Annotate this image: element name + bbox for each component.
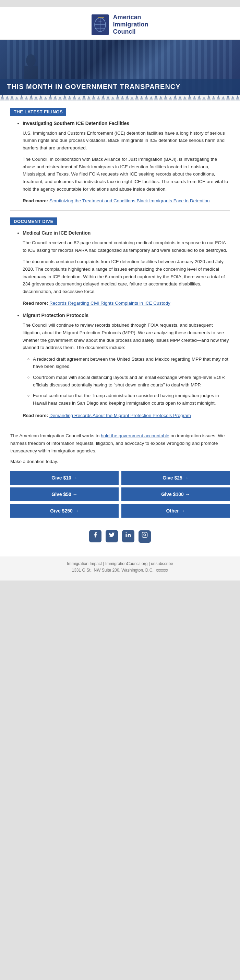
- doc-item-2-read-more-label: Read more:: [23, 413, 48, 418]
- logo-text: American Immigration Council: [113, 14, 148, 35]
- doc-item-1-title: Medical Care in ICE Detention: [23, 230, 230, 235]
- divider-2: [10, 425, 230, 425]
- donate-other-button[interactable]: Other →: [122, 504, 230, 518]
- svg-point-45: [125, 532, 126, 533]
- doc-item-1-para1: The Council received an 82-page document…: [23, 239, 230, 254]
- filing-item-1-read-more: Read more: Scrutinizing the Treatment an…: [23, 197, 230, 204]
- hero-overlay: THIS MONTH IN GOVERNMENT TRANSPARENCY: [0, 79, 240, 95]
- email-footer: Immigration Impact | ImmigrationCouncil.…: [0, 557, 240, 581]
- filing-read-more-label: Read more:: [23, 198, 48, 204]
- doc-item-2: Migrant Protection Protocols The Council…: [23, 313, 230, 418]
- email-header: American Immigration Council: [0, 7, 240, 40]
- footer-para-link[interactable]: hold the government accountable: [101, 433, 169, 438]
- doc-item-1-read-more-link[interactable]: Records Regarding Civil Rights Complaint…: [49, 301, 171, 306]
- footer-para-prefix: The American Immigration Council works t…: [10, 433, 101, 438]
- mpp-bullet-2: Courtroom maps with social distancing la…: [33, 374, 230, 388]
- filing-item-1-para1: U.S. Immigration and Customs Enforcement…: [23, 129, 230, 152]
- facebook-icon[interactable]: [89, 530, 101, 542]
- twitter-icon[interactable]: [106, 530, 118, 542]
- donate-50-button[interactable]: Give $50 →: [10, 487, 118, 501]
- hero-title: THIS MONTH IN GOVERNMENT TRANSPARENCY: [7, 83, 181, 90]
- linkedin-icon[interactable]: [122, 530, 134, 542]
- doc-item-2-title: Migrant Protection Protocols: [23, 313, 230, 318]
- donate-10-button[interactable]: Give $10 →: [10, 471, 118, 485]
- doc-item-1: Medical Care in ICE Detention The Counci…: [23, 230, 230, 306]
- section-latest-filings-header: THE LATEST FILINGS: [10, 108, 66, 116]
- section-document-dive-header: DOCUMENT DIVE: [10, 218, 57, 225]
- donate-250-button[interactable]: Give $250 →: [10, 504, 118, 518]
- mpp-bullet-3: Formal confirmation that the Trump admin…: [33, 392, 230, 407]
- mpp-bullet-1: A redacted draft agreement between the U…: [33, 356, 230, 370]
- hero-banner: THIS MONTH IN GOVERNMENT TRANSPARENCY: [0, 40, 240, 95]
- doc-item-1-para2: The documents contained complaints from …: [23, 258, 230, 295]
- mpp-bullets: A redacted draft agreement between the U…: [33, 356, 230, 407]
- filing-item-1: Investigating Southern ICE Detention Fac…: [23, 121, 230, 204]
- filing-item-1-title: Investigating Southern ICE Detention Fac…: [23, 121, 230, 126]
- latest-filings-list: Investigating Southern ICE Detention Fac…: [16, 121, 230, 204]
- svg-rect-4: [98, 17, 104, 18]
- logo-icon: [92, 14, 109, 35]
- doc-item-1-read-more-label: Read more:: [23, 301, 48, 306]
- logo: American Immigration Council: [92, 14, 148, 35]
- footer-para-1: The American Immigration Council works t…: [10, 432, 230, 455]
- doc-item-1-read-more: Read more: Records Regarding Civil Right…: [23, 299, 230, 306]
- donation-buttons: Give $10 → Give $25 → Give $50 → Give $1…: [10, 471, 230, 518]
- footer-line-2: 1331 G St., NW Suite 200, Washington, D.…: [7, 567, 233, 574]
- document-dive-list: Medical Care in ICE Detention The Counci…: [16, 230, 230, 418]
- footer-line-1: Immigration Impact | ImmigrationCouncil.…: [7, 561, 233, 567]
- donate-25-button[interactable]: Give $25 →: [122, 471, 230, 485]
- instagram-icon[interactable]: [139, 530, 151, 543]
- doc-item-2-read-more: Read more: Demanding Records About the M…: [23, 412, 230, 418]
- donate-100-button[interactable]: Give $100 →: [122, 487, 230, 501]
- filing-read-more-link[interactable]: Scrutinizing the Treatment and Condition…: [49, 198, 210, 204]
- main-content: THE LATEST FILINGS Investigating Souther…: [0, 101, 240, 557]
- doc-item-2-para1: The Council will continue to review reco…: [23, 321, 230, 351]
- social-icons-row: [10, 525, 230, 546]
- filing-item-1-para2: The Council, in collaboration with Black…: [23, 156, 230, 193]
- svg-point-43: [26, 54, 36, 67]
- footer-donate-text: Make a donation today.: [10, 458, 230, 465]
- section-latest-filings: THE LATEST FILINGS Investigating Souther…: [10, 108, 230, 204]
- svg-rect-46: [142, 532, 147, 537]
- doc-item-2-read-more-link[interactable]: Demanding Records About the Migrant Prot…: [49, 413, 191, 418]
- torn-edge: [0, 95, 240, 101]
- section-document-dive: DOCUMENT DIVE Medical Care in ICE Detent…: [10, 218, 230, 418]
